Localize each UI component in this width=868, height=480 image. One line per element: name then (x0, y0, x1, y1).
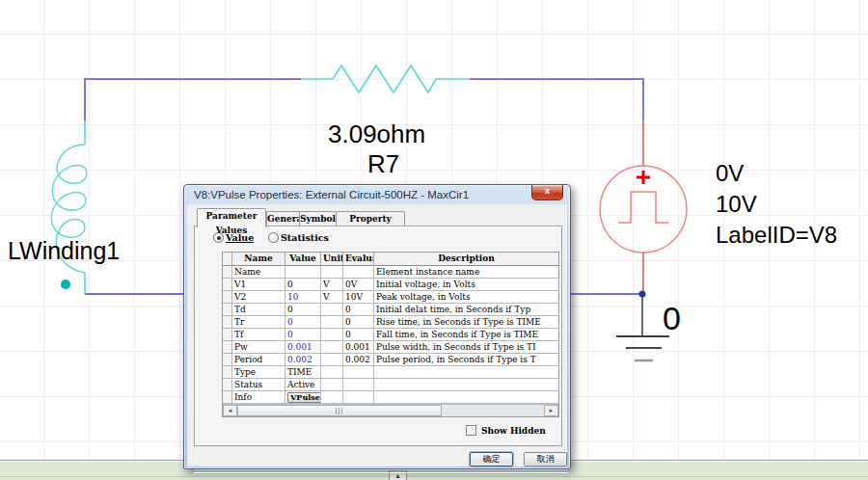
table-cell[interactable]: 0.001 (285, 341, 321, 354)
table-row-period[interactable]: Period0.0020.002Pulse period, in Seconds… (223, 354, 558, 366)
dialog-titlebar[interactable]: V8:VPulse Properties: External Circuit-5… (184, 185, 570, 204)
scroll-right-button[interactable]: ► (544, 405, 558, 416)
table-cell[interactable]: Active (285, 379, 321, 391)
table-cell[interactable] (223, 316, 232, 329)
table-cell[interactable]: V (321, 279, 343, 291)
table-cell[interactable]: Pulse period, in Seconds if Type is T (374, 354, 558, 366)
table-cell[interactable]: V (321, 291, 343, 304)
scrollbar-thumb[interactable] (237, 405, 442, 416)
table-cell[interactable] (374, 391, 558, 404)
table-row-tr[interactable]: Tr00Rise time, in Seconds if Type is TIM… (223, 316, 558, 329)
table-cell[interactable]: Period (232, 354, 285, 366)
table-cell[interactable] (321, 266, 343, 279)
close-icon[interactable]: x (531, 185, 563, 200)
table-row-type[interactable]: TypeTIME (223, 366, 558, 379)
ok-button[interactable]: 确定 (470, 452, 513, 467)
table-cell[interactable]: 0 (285, 329, 321, 341)
horizontal-scrollbar[interactable]: ◄ ► (223, 404, 558, 416)
table-cell[interactable]: Tr (232, 316, 285, 329)
statistics-radio[interactable] (268, 232, 279, 243)
tab-general[interactable]: General (266, 211, 300, 227)
table-cell[interactable] (223, 329, 232, 341)
table-cell[interactable]: V1 (232, 279, 285, 291)
table-row-v1[interactable]: V10V0VInitial voltage, in Volts (223, 279, 558, 291)
scrollbar-track[interactable] (442, 405, 544, 416)
table-cell[interactable] (374, 366, 558, 379)
vpulse-info-button[interactable]: VPulse (287, 392, 321, 403)
cancel-button[interactable]: 取消 (524, 452, 567, 467)
table-cell[interactable]: Name (232, 266, 285, 279)
table-cell[interactable]: 0 (285, 304, 321, 316)
table-cell[interactable] (321, 379, 343, 391)
table-cell[interactable]: Info (232, 391, 285, 404)
table-row-v2[interactable]: V210V10VPeak voltage, in Volts (223, 291, 558, 304)
table-cell[interactable] (223, 366, 232, 379)
table-cell[interactable] (321, 316, 343, 329)
table-cell[interactable] (321, 366, 343, 379)
table-cell[interactable] (343, 379, 374, 391)
scroll-left-button[interactable]: ◄ (223, 405, 237, 416)
table-cell[interactable]: VPulse (285, 391, 321, 404)
table-cell[interactable] (223, 279, 232, 291)
column-header[interactable]: Value (285, 253, 321, 266)
table-row-info[interactable]: InfoVPulse (223, 391, 558, 404)
table-cell[interactable] (321, 354, 343, 366)
table-cell[interactable]: Type (232, 366, 285, 379)
table-cell[interactable]: 0 (285, 316, 321, 329)
table-cell[interactable]: Status (232, 379, 285, 391)
table-cell[interactable] (374, 379, 558, 391)
table-cell[interactable] (321, 329, 343, 341)
table-cell[interactable]: 0.002 (285, 354, 321, 366)
column-header[interactable] (223, 253, 232, 266)
table-row-tf[interactable]: Tf00Fall time, in Seconds if Type is TIM… (223, 329, 558, 341)
table-cell[interactable] (285, 266, 321, 279)
table-cell[interactable]: Pw (232, 341, 285, 354)
table-cell[interactable]: 10V (343, 291, 374, 304)
table-cell[interactable]: Pulse width, in Seconds if Type is TI (374, 341, 558, 354)
table-cell[interactable]: Fall time, in Seconds if Type is TIME (374, 329, 558, 341)
table-cell[interactable]: Td (232, 304, 285, 316)
table-cell[interactable]: V2 (232, 291, 285, 304)
table-row-status[interactable]: StatusActive (223, 379, 558, 391)
table-cell[interactable]: Initial delat time, in Seconds if Typ (374, 304, 558, 316)
table-cell[interactable] (343, 266, 374, 279)
table-cell[interactable]: 0 (343, 329, 374, 341)
table-cell[interactable]: Tf (232, 329, 285, 341)
table-cell[interactable] (223, 354, 232, 366)
table-cell[interactable]: Rise time, in Seconds if Type is TIME (374, 316, 558, 329)
column-header[interactable]: Evaluated.. (343, 253, 374, 266)
table-cell[interactable] (223, 304, 232, 316)
table-cell[interactable]: 0 (343, 304, 374, 316)
column-header[interactable]: Name (232, 253, 285, 266)
table-cell[interactable] (343, 366, 374, 379)
statistics-radio-label[interactable]: Statistics (281, 232, 329, 243)
table-cell[interactable] (223, 391, 232, 404)
table-cell[interactable] (223, 379, 232, 391)
tab-property-displays[interactable]: Property Displays (336, 211, 405, 227)
table-cell[interactable] (343, 391, 374, 404)
table-cell[interactable]: 0.002 (343, 354, 374, 366)
table-cell[interactable]: TIME (285, 366, 321, 379)
table-cell[interactable]: 0 (343, 316, 374, 329)
tab-symbol[interactable]: Symbol (299, 211, 337, 227)
table-cell[interactable]: 0.001 (343, 341, 374, 354)
table-cell[interactable] (321, 391, 343, 404)
table-cell[interactable] (223, 266, 232, 279)
table-cell[interactable]: 10 (285, 291, 321, 304)
table-row-td[interactable]: Td00Initial delat time, in Seconds if Ty… (223, 304, 558, 316)
show-hidden-checkbox[interactable] (466, 425, 476, 436)
column-header[interactable]: Description (374, 253, 558, 266)
table-cell[interactable] (321, 304, 343, 316)
table-cell[interactable]: Element instance name (374, 266, 558, 279)
table-cell[interactable]: Peak voltage, in Volts (374, 291, 558, 304)
tab-parameter-values[interactable]: Parameter Values (197, 208, 266, 227)
table-cell[interactable]: 0 (285, 279, 321, 291)
table-cell[interactable] (223, 291, 232, 304)
table-cell[interactable] (223, 341, 232, 354)
table-cell[interactable]: Initial voltage, in Volts (374, 279, 558, 291)
column-header[interactable]: Unit (321, 253, 343, 266)
table-cell[interactable] (321, 341, 343, 354)
table-row-pw[interactable]: Pw0.0010.001Pulse width, in Seconds if T… (223, 341, 558, 354)
table-row-name[interactable]: NameElement instance name (223, 266, 558, 279)
table-cell[interactable]: 0V (343, 279, 374, 291)
